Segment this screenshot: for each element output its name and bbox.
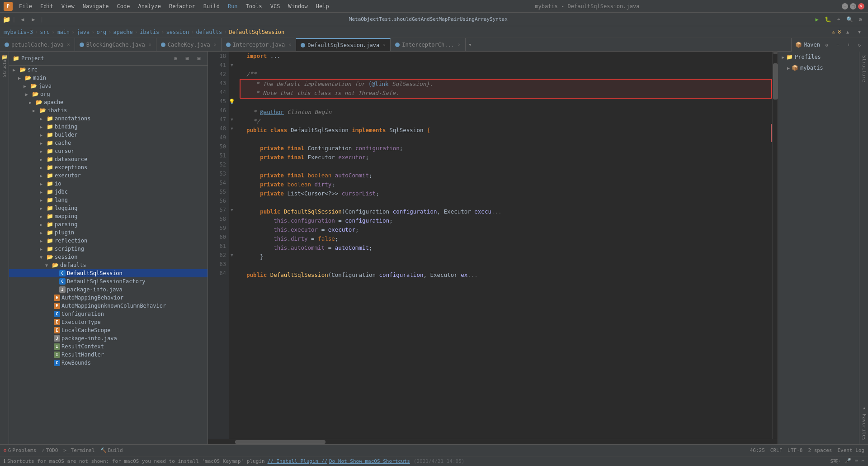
menu-refactor[interactable]: Refactor bbox=[165, 2, 199, 10]
tab-close-petualcache[interactable]: × bbox=[67, 42, 70, 47]
tree-item-scripting[interactable]: ▶ 📁 scripting bbox=[9, 245, 208, 253]
tree-item-package-info-java[interactable]: J package-info.java bbox=[9, 334, 208, 342]
breadcrumb-main[interactable]: main bbox=[57, 29, 70, 35]
coverage-btn[interactable]: ☂ bbox=[834, 14, 844, 24]
menu-analyze[interactable]: Analyze bbox=[134, 2, 165, 10]
menu-file[interactable]: File bbox=[15, 2, 36, 10]
nav-back-btn[interactable]: ◀ bbox=[18, 14, 28, 24]
scroll-thumb-h[interactable] bbox=[235, 440, 326, 444]
problems-btn[interactable]: ⊗ 6 Problems bbox=[4, 447, 36, 453]
scroll-thumb-v[interactable] bbox=[773, 63, 778, 100]
tree-item-datasource[interactable]: ▶ 📁 datasource bbox=[9, 155, 208, 163]
tree-item-resultcontext[interactable]: I ResultContext bbox=[9, 342, 208, 351]
tree-item-binding[interactable]: ▶ 📁 binding bbox=[9, 123, 208, 131]
tree-item-localcachescope[interactable]: E LocalCacheScope bbox=[9, 326, 208, 334]
menu-navigate[interactable]: Navigate bbox=[79, 2, 113, 10]
event-log-btn[interactable]: Event Log bbox=[837, 447, 864, 453]
tab-blockingcache[interactable]: BlockingCache.java × bbox=[75, 38, 156, 52]
tab-petualcache[interactable]: petualCache.java × bbox=[0, 38, 75, 52]
dont-show-link[interactable]: Do Not Show macOS Shortcuts bbox=[329, 458, 410, 464]
tree-item-cache[interactable]: ▶ 📁 cache bbox=[9, 139, 208, 147]
structure-panel-label[interactable]: Structure bbox=[859, 52, 868, 86]
editor-content[interactable]: 18 41 42 43 44 45 46 47 48 49 50 51 52 5… bbox=[208, 52, 778, 439]
breadcrumb-java[interactable]: java bbox=[76, 29, 90, 35]
mybatis-section[interactable]: ▶ 📦 mybatis bbox=[778, 62, 859, 73]
tree-item-parsing[interactable]: ▶ 📁 parsing bbox=[9, 220, 208, 228]
close-btn[interactable]: × bbox=[858, 3, 864, 10]
tree-item-defaults[interactable]: ▼ 📂 defaults bbox=[9, 261, 208, 269]
code-editor[interactable]: import ... /** * The default implementat… bbox=[235, 52, 772, 439]
terminal-btn[interactable]: >_ Terminal bbox=[63, 447, 94, 453]
tree-item-executor[interactable]: ▶ 📁 executor bbox=[9, 171, 208, 180]
tab-close-interceptor[interactable]: × bbox=[288, 42, 291, 47]
sidebar-settings-btn[interactable]: ⚙ bbox=[170, 53, 180, 63]
tree-item-session[interactable]: ▼ 📂 session bbox=[9, 253, 208, 261]
tree-item-src[interactable]: ▶ 📂 src bbox=[9, 66, 208, 74]
menu-edit[interactable]: Edit bbox=[37, 2, 57, 10]
tree-item-ibatis[interactable]: ▶ 📂 ibatis bbox=[9, 106, 208, 114]
tree-item-automappingunknowncolumnbehavior[interactable]: E AutoMappingUnknownColumnBehavior bbox=[9, 302, 208, 310]
debug-btn[interactable]: 🐛 bbox=[823, 14, 833, 24]
menu-window[interactable]: Window bbox=[284, 2, 311, 10]
menu-run[interactable]: Run bbox=[224, 2, 241, 10]
minimize-btn[interactable]: − bbox=[842, 3, 848, 10]
breadcrumb-session[interactable]: session bbox=[166, 29, 189, 35]
nav-forward-btn[interactable]: ▶ bbox=[28, 14, 38, 24]
menu-help[interactable]: Help bbox=[312, 2, 333, 10]
tree-item-defaultsqlsession-file[interactable]: C DefaultSqlSession bbox=[9, 269, 208, 277]
tree-item-lang[interactable]: ▶ 📁 lang bbox=[9, 196, 208, 204]
menu-code[interactable]: Code bbox=[113, 2, 134, 10]
tree-item-plugin[interactable]: ▶ 📁 plugin bbox=[9, 228, 208, 237]
profiles-section[interactable]: ▶ 📁 Profiles bbox=[778, 52, 859, 62]
search-everywhere-btn[interactable]: 🔍 bbox=[844, 14, 854, 24]
breadcrumb-org[interactable]: org bbox=[96, 29, 106, 35]
menu-view[interactable]: View bbox=[58, 2, 78, 10]
tab-interceptor[interactable]: Interceptor.java × bbox=[222, 38, 297, 52]
tree-item-automappingbehavior[interactable]: E AutoMappingBehavior bbox=[9, 294, 208, 302]
install-plugin-link[interactable]: // Install Plugin // bbox=[268, 458, 327, 464]
menu-build[interactable]: Build bbox=[200, 2, 223, 10]
tree-item-resulthandler[interactable]: I ResultHandler bbox=[9, 351, 208, 359]
vertical-scrollbar[interactable] bbox=[772, 52, 778, 439]
tree-item-reflection[interactable]: ▶ 📁 reflection bbox=[9, 237, 208, 245]
breadcrumb-ibatis[interactable]: ibatis bbox=[140, 29, 159, 35]
tree-item-java[interactable]: ▶ 📂 java bbox=[9, 82, 208, 90]
menu-tools[interactable]: Tools bbox=[242, 2, 266, 10]
tree-item-cursor[interactable]: ▶ 📁 cursor bbox=[9, 147, 208, 155]
tree-item-configuration[interactable]: C Configuration bbox=[9, 310, 208, 318]
tab-close-cachekey[interactable]: × bbox=[214, 42, 217, 47]
menu-vcs[interactable]: VCS bbox=[267, 2, 284, 10]
tree-item-annotations[interactable]: ▶ 📁 annotations bbox=[9, 114, 208, 123]
settings-btn[interactable]: ⚙ bbox=[855, 14, 865, 24]
tree-item-exceptions[interactable]: ▶ 📁 exceptions bbox=[9, 163, 208, 171]
tab-interceptorch[interactable]: InterceptorCh... × bbox=[391, 38, 466, 52]
scroll-down-btn[interactable]: ▼ bbox=[854, 27, 864, 37]
maven-expand-btn[interactable]: + bbox=[844, 40, 854, 50]
tree-item-io[interactable]: ▶ 📁 io bbox=[9, 180, 208, 188]
tree-item-executortype[interactable]: E ExecutorType bbox=[9, 318, 208, 326]
todo-btn[interactable]: ✓ TODO bbox=[42, 447, 58, 453]
tree-item-org[interactable]: ▶ 📂 org bbox=[9, 90, 208, 98]
tab-close-blockingcache[interactable]: × bbox=[149, 42, 151, 47]
tab-close-defaultsqlsession[interactable]: × bbox=[383, 43, 386, 48]
maven-header[interactable]: 📦 Maven ⚙ − + ↻ bbox=[791, 38, 868, 52]
structure-icon[interactable]: Structure bbox=[1, 62, 8, 70]
breadcrumb-src[interactable]: src bbox=[40, 29, 50, 35]
tab-close-interceptorch[interactable]: × bbox=[458, 42, 461, 47]
maven-refresh-btn[interactable]: ↻ bbox=[854, 40, 864, 50]
maven-minimize-btn[interactable]: − bbox=[833, 40, 843, 50]
favorites-label[interactable]: ★ Favorites bbox=[859, 401, 868, 444]
scroll-up-btn[interactable]: ▲ bbox=[843, 27, 853, 37]
build-btn[interactable]: 🔨 Build bbox=[100, 447, 123, 453]
maximize-btn[interactable]: □ bbox=[850, 3, 856, 10]
sidebar-collapse-btn[interactable]: ⊟ bbox=[194, 53, 204, 63]
tree-item-rowbounds[interactable]: C RowBounds bbox=[9, 359, 208, 367]
run-btn[interactable]: ▶ bbox=[812, 14, 822, 24]
tree-item-defaultsqlsessionfactory[interactable]: C DefaultSqlSessionFactory bbox=[9, 277, 208, 285]
maven-settings-btn[interactable]: ⚙ bbox=[822, 40, 832, 50]
tree-item-logging[interactable]: ▶ 📁 logging bbox=[9, 204, 208, 212]
tree-item-builder[interactable]: ▶ 📁 builder bbox=[9, 131, 208, 139]
tree-item-mapping[interactable]: ▶ 📁 mapping bbox=[9, 212, 208, 220]
breadcrumb-root[interactable]: mybatis-3 bbox=[4, 29, 33, 35]
tree-item-jdbc[interactable]: ▶ 📁 jdbc bbox=[9, 188, 208, 196]
